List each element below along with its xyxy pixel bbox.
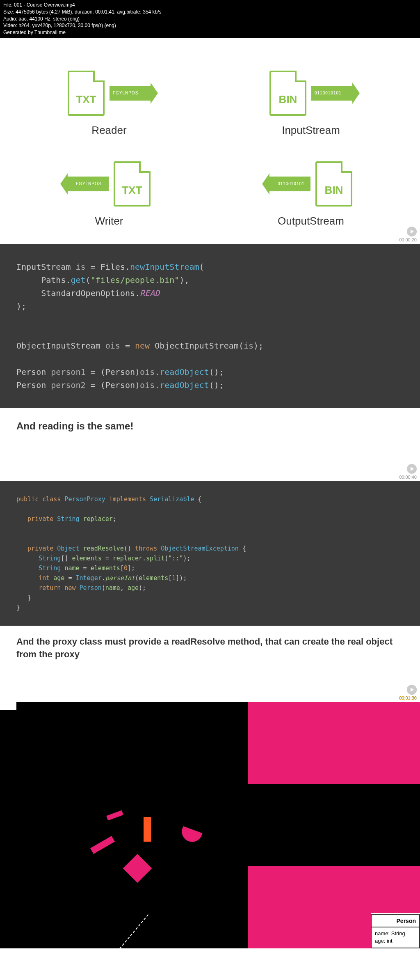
io-diagram-section: TXT FGYLNPOS Reader BIN 0110010101 Input… (0, 38, 420, 244)
io-item-inputstream: BIN 0110010101 InputStream (218, 71, 404, 137)
video-info: Video: h264, yuv420p, 1280x720, 30.00 fp… (3, 22, 417, 29)
arrow-left-icon: 0110010101 (269, 177, 310, 191)
pink-stroke (90, 836, 115, 854)
audio-info: Audio: aac, 44100 Hz, stereo (eng) (3, 16, 417, 23)
timestamp: 00:01:36 (399, 695, 417, 700)
txt-file-icon: TXT (114, 161, 151, 207)
arrow-right-icon: FGYLNPOS (110, 86, 151, 101)
timestamp: 00:00:40 (399, 475, 417, 480)
size-info: Size: 4475056 bytes (4.27 MiB), duration… (3, 9, 417, 16)
code-block: InputStream is = Files.newInputStream( P… (0, 244, 420, 408)
pink-stroke (106, 810, 123, 820)
bin-file-icon: BIN (315, 161, 352, 207)
code-block: public class PersonProxy implements Seri… (0, 481, 420, 626)
arrow-right-icon: 0110010101 (311, 86, 352, 101)
uml-class-name: Person (372, 915, 419, 927)
play-icon[interactable] (407, 464, 417, 474)
code-section-2: public class PersonProxy implements Seri… (0, 481, 420, 702)
play-icon[interactable] (407, 685, 417, 695)
arrow-left-icon: FGYLNPOS (68, 177, 109, 191)
dashed-line (106, 914, 148, 948)
caption-text: And the proxy class must provide a readR… (0, 626, 420, 702)
uml-field: name: String (375, 930, 416, 937)
txt-file-icon: TXT (68, 71, 105, 116)
pink-stroke (179, 826, 202, 845)
pink-stroke (123, 854, 152, 883)
video-metadata-header: File: 001 - Course Overview.mp4 Size: 44… (0, 0, 420, 38)
io-label: Writer (95, 215, 123, 227)
bin-file-icon: BIN (269, 71, 306, 116)
uml-field: age: int (375, 937, 416, 945)
io-label: Reader (91, 124, 126, 137)
pink-shape (248, 702, 420, 784)
generated-info: Generated by Thumbnail me (3, 29, 417, 36)
io-label: OutputStream (278, 215, 344, 227)
orange-shape (144, 817, 151, 842)
file-info: File: 001 - Course Overview.mp4 (3, 2, 417, 9)
caption-text: And reading is the same! (0, 408, 420, 481)
io-item-outputstream: 0110010101 BIN OutputStream (218, 161, 404, 227)
timestamp: 00:00:20 (399, 237, 417, 242)
white-shape (0, 702, 16, 710)
io-label: InputStream (282, 124, 340, 137)
io-item-writer: FGYLNPOS TXT Writer (16, 161, 202, 227)
code-section-1: InputStream is = Files.newInputStream( P… (0, 244, 420, 481)
play-icon[interactable] (407, 227, 417, 236)
abstract-section: Person name: String age: int 00:01:36 (0, 702, 420, 948)
io-item-reader: TXT FGYLNPOS Reader (16, 71, 202, 137)
uml-person-card: Person name: String age: int (371, 914, 420, 948)
